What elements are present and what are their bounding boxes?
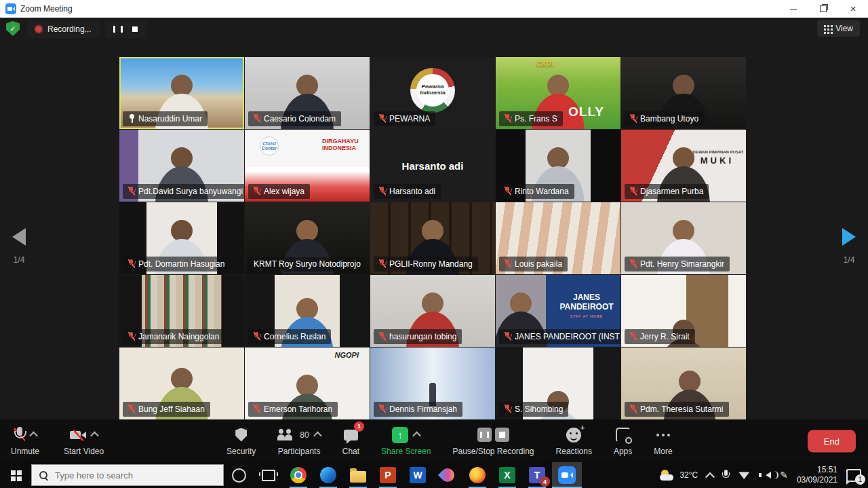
pause-stop-recording-button[interactable]: Pause/Stop Recording (452, 426, 534, 456)
cortana-button[interactable] (224, 462, 254, 488)
participant-name-label: Jerry R. Sirait (625, 329, 695, 344)
minimize-button[interactable] (778, 0, 808, 18)
paint-drop-app-button[interactable] (433, 462, 462, 488)
restore-button[interactable] (808, 0, 838, 18)
previous-page-arrow[interactable] (12, 228, 26, 246)
participant-name-label: KRMT Roy Suryo Notodiprojo (248, 257, 366, 271)
video-tile[interactable]: Caesario Colondam (245, 57, 370, 129)
participant-name-label: Pdt. Henry Simarangkir (625, 257, 730, 271)
pause-recording-button[interactable] (113, 26, 123, 33)
chevron-up-icon[interactable] (313, 432, 322, 440)
video-tile[interactable]: Pdt. Henry Simarangkir (621, 202, 746, 274)
powerpoint-button[interactable]: P (373, 462, 403, 488)
apps-button[interactable]: Apps (614, 426, 632, 456)
search-input[interactable] (54, 470, 192, 481)
page-indicator: 1/4 (844, 255, 855, 265)
participant-name-label: S. Sihombing (499, 402, 568, 417)
video-tile[interactable]: JANES PANDEIROOT STAY AT HOME JANES PAND… (496, 275, 620, 347)
video-tile[interactable]: Pewarna Indonesia PEWARNA (370, 57, 495, 129)
chevron-up-icon[interactable] (412, 432, 421, 440)
start-video-button[interactable]: Start Video (64, 426, 104, 456)
view-label: View (835, 24, 853, 33)
chat-button[interactable]: 1 Chat (342, 426, 359, 456)
chevron-up-icon[interactable] (90, 432, 99, 440)
video-tile[interactable]: NGOPI Emerson Tarihoran (245, 348, 370, 419)
notification-center-button[interactable]: 1 (846, 469, 861, 482)
stop-recording-button[interactable] (132, 26, 138, 32)
chevron-up-icon[interactable] (29, 432, 38, 440)
excel-button[interactable]: X (492, 462, 522, 488)
video-tile[interactable]: Cornelius Ruslan (245, 275, 370, 347)
muted-mic-icon (254, 332, 260, 341)
pewarna-logo: Pewarna Indonesia (410, 68, 455, 113)
file-explorer-button[interactable] (343, 462, 373, 488)
ellipsis-icon (656, 434, 659, 436)
video-tile[interactable]: Bung Jeff Siahaan (119, 348, 244, 419)
next-page-arrow[interactable] (842, 228, 856, 246)
word-button[interactable]: W (403, 462, 433, 488)
edge-taskbar-button[interactable] (313, 462, 343, 488)
firefox-button[interactable] (462, 462, 492, 488)
cortana-icon (232, 468, 246, 483)
share-screen-button[interactable]: ↑ Share Screen (381, 426, 431, 456)
muted-mic-icon (630, 114, 637, 123)
task-view-button[interactable] (254, 462, 283, 488)
zoom-taskbar-button[interactable] (552, 462, 582, 488)
temperature: 32°C (679, 470, 698, 480)
video-tile[interactable]: Pdt.David Surya banyuwangi (119, 130, 244, 202)
participant-name-label: PGLII-Ronny Mandang (374, 257, 478, 271)
task-view-icon (262, 470, 275, 481)
taskbar-search[interactable] (31, 464, 224, 486)
muted-mic-icon (379, 405, 386, 413)
video-tile[interactable]: Pdt. Domartin Hasugian (119, 202, 244, 274)
muted-mic-icon (630, 405, 637, 413)
video-tile[interactable]: Christ Center DIRGAHAYU INDONESIA Alex w… (245, 130, 370, 202)
start-button[interactable] (0, 462, 31, 488)
tray-expand-chevron[interactable] (705, 472, 715, 482)
video-tile[interactable]: KRMT Roy Suryo Notodiprojo (245, 202, 370, 274)
wifi-icon[interactable] (738, 471, 749, 479)
video-tile[interactable]: PGLII-Ronny Mandang (370, 202, 495, 274)
volume-icon[interactable] (762, 472, 771, 478)
end-meeting-button[interactable]: End (808, 430, 856, 452)
video-tile[interactable]: GKRI OLLY Ps. Frans S (496, 57, 620, 129)
stop-icon[interactable] (495, 428, 509, 442)
recording-label: Recording... (47, 24, 92, 34)
teams-icon: T4 (529, 467, 545, 483)
more-button[interactable]: More (654, 426, 672, 456)
view-button[interactable]: View (817, 20, 860, 37)
video-tile[interactable]: Jamanarik Nainggolan (119, 275, 244, 347)
muted-mic-icon (254, 114, 260, 123)
video-tile[interactable]: Louis pakaila (496, 202, 620, 274)
video-tile[interactable]: DEWAN PIMPINAN PUSAT MUKI Djasarmen Purb… (621, 130, 746, 202)
clock[interactable]: 15:51 03/09/2021 (797, 465, 837, 485)
video-tile[interactable]: Bambang Utoyo (621, 57, 746, 129)
video-tile[interactable]: Rinto Wardana (496, 130, 620, 202)
participant-name-label: Cornelius Ruslan (248, 329, 331, 344)
video-tile[interactable]: hasurungan tobing (370, 275, 495, 347)
pause-icon[interactable] (477, 428, 492, 442)
video-tile[interactable]: S. Sihombing (496, 348, 620, 419)
video-tile[interactable]: Dennis Firmansjah (370, 348, 495, 419)
muted-mic-icon (254, 405, 260, 413)
participant-name-label: PEWARNA (374, 111, 435, 126)
participant-name-label: Bung Jeff Siahaan (123, 402, 210, 417)
unmute-button[interactable]: Unmute (11, 426, 39, 456)
teams-button[interactable]: T4 (522, 462, 552, 488)
video-tile[interactable]: Jerry R. Sirait (621, 275, 746, 347)
chrome-taskbar-button[interactable] (283, 462, 313, 488)
reactions-button[interactable]: + Reactions (556, 426, 592, 456)
window-title: Zoom Meeting (20, 4, 73, 14)
meeting-toolbar: Unmute Start Video Security 80 Participa… (0, 419, 868, 462)
video-tile[interactable]: Nasaruddin Umar (119, 57, 244, 129)
video-tile[interactable]: Pdm. Theresia Sutarmi (621, 348, 746, 419)
tray-mic-icon[interactable] (722, 470, 730, 481)
pen-icon[interactable]: ✎ (780, 470, 788, 481)
video-tile[interactable]: Harsanto adi Harsanto adi (370, 130, 495, 202)
security-button[interactable]: Security (226, 426, 256, 456)
close-button[interactable]: ✕ (838, 0, 868, 18)
participant-name-label: Caesario Colondam (248, 111, 341, 126)
participants-button[interactable]: 80 Participants (277, 426, 320, 456)
weather-widget[interactable]: 32°C (660, 470, 698, 481)
shield-icon (235, 428, 247, 442)
